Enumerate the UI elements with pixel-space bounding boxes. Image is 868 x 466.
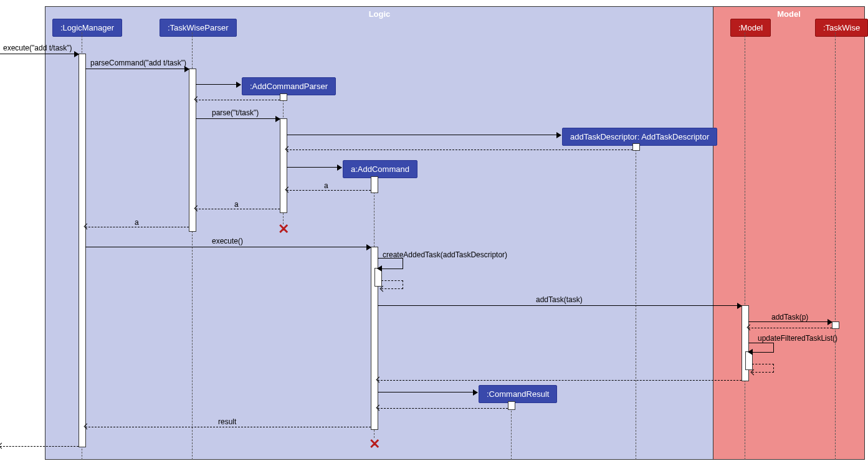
label-update-filtered-task-list: updateFilteredTaskList() [758,334,837,343]
msg-create-added-task [378,258,403,269]
msg-parse [196,118,280,119]
label-a-3: a [135,218,139,227]
label-add-task-p: addTask(p) [771,313,808,321]
destroy-add-command-parser-icon: ✕ [278,221,289,237]
label-create-added-task: createAddedTask(addTaskDescriptor) [383,250,507,259]
label-execute: execute() [212,237,243,245]
taskwise-box: :TaskWise [815,19,868,37]
command-result-lifeline [511,401,512,460]
label-a-1: a [324,181,328,190]
add-task-descriptor-lifeline [636,143,636,460]
label-parse: parse("t/task") [212,108,259,117]
msg-add-task [378,305,742,306]
command-result-box: :CommandResult [479,385,557,403]
msg-update-filtered-task-list-return [752,364,774,373]
label-add-task: addTask(task) [536,295,583,304]
add-task-descriptor-activation [632,143,640,151]
msg-return-a-1 [287,190,371,191]
msg-return-command-result [378,408,508,409]
msg-execute-add [0,54,79,54]
add-command-parser-box: :AddCommandParser [242,77,336,95]
msg-return-a-2 [196,209,280,209]
msg-create-add-task-descriptor [287,135,561,135]
label-execute-add: execute("add t/task") [3,44,72,52]
msg-create-added-task-return [381,280,403,289]
add-command-activation-small [371,176,378,193]
taskwise-activation [832,321,839,329]
msg-execute [85,247,371,247]
msg-create-add-command-parser [196,84,241,85]
model-lifeline [745,32,745,460]
msg-return-add-command-parser [196,100,280,100]
logic-manager-activation [79,54,86,447]
label-result: result [218,417,236,426]
logic-region-title: Logic [45,7,713,21]
add-command-box: a:AddCommand [343,160,417,178]
msg-final-return [0,446,79,447]
msg-return-add-task-p [748,328,832,328]
msg-create-command-result [378,392,477,392]
msg-return-add-task-descriptor [287,150,632,150]
model-region: Model [713,6,865,460]
label-parse-command: parseCommand("add t/task") [90,59,186,67]
add-command-parser-activation [280,118,287,213]
model-box: :Model [730,19,771,37]
add-command-parser-activation-small [280,93,287,101]
msg-add-task-p [748,321,832,322]
msg-result [85,427,371,427]
destroy-add-command-icon: ✕ [369,436,380,452]
msg-create-add-command [287,167,341,168]
logic-manager-box: :LogicManager [52,19,122,37]
command-result-activation [508,401,515,410]
msg-return-a-3 [85,227,189,227]
sequence-diagram: Logic Model :LogicManager :TaskWiseParse… [0,0,868,466]
msg-update-filtered-task-list [748,343,774,353]
msg-parse-command [85,69,189,69]
taskwise-lifeline [835,32,836,460]
msg-return-model [378,380,742,381]
taskwise-parser-box: :TaskWiseParser [160,19,237,37]
label-a-2: a [234,200,239,209]
